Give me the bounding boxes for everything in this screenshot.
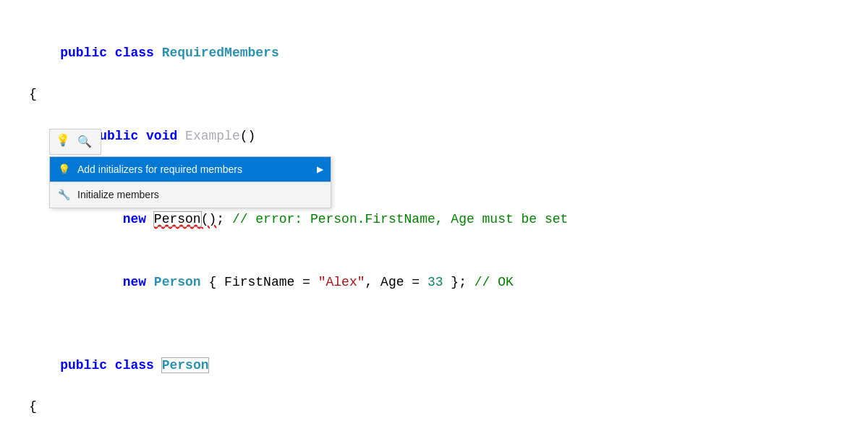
code-line-2: { xyxy=(29,84,839,105)
string-alex: "Alex" xyxy=(318,275,365,289)
keyword-public: public xyxy=(60,46,107,60)
menu-item-add-initializers[interactable]: 💡 Add initializers for required members … xyxy=(50,157,331,182)
class-name: RequiredMembers xyxy=(162,46,279,60)
paren-squig: () xyxy=(201,212,217,226)
keyword-class2: class xyxy=(115,358,154,373)
wrench-icon: 🔧 xyxy=(57,187,70,203)
code-line-1: public class RequiredMembers xyxy=(29,22,839,84)
code-line-blank1 xyxy=(29,313,839,334)
search-fix-button[interactable]: 🔍 xyxy=(75,133,95,150)
menu-item-add-initializers-label: Add initializers for required members xyxy=(77,161,310,177)
keyword-class: class xyxy=(115,46,154,60)
number-33: 33 xyxy=(427,275,443,289)
keyword-new1: new xyxy=(123,212,146,226)
bulb-icon-2: 💡 xyxy=(57,161,70,177)
submenu-arrow-icon: ▶ xyxy=(317,163,323,176)
menu-item-initialize-members[interactable]: 🔧 Initialize members xyxy=(50,182,331,207)
keyword-void: void xyxy=(146,129,177,143)
menu-item-initialize-members-label: Initialize members xyxy=(77,187,323,203)
comment2: // OK xyxy=(475,275,514,289)
comment1: // error: Person.FirstName, Age must be … xyxy=(232,212,568,226)
keyword-public3: public xyxy=(60,358,107,373)
person-highlight: Person xyxy=(154,212,201,226)
code-line-6: new Person { FirstName = "Alex", Age = 3… xyxy=(29,251,839,313)
lightbulb-bar[interactable]: 💡 🔍 xyxy=(49,129,101,155)
person3-highlight: Person xyxy=(162,358,209,373)
code-line-7: public class Person xyxy=(29,334,839,396)
code-line-9: public required string FirstName { get; … xyxy=(29,417,839,434)
person2: Person xyxy=(154,275,201,289)
keyword-new2: new xyxy=(123,275,146,289)
method-name: Example xyxy=(185,129,240,143)
code-actions-dropdown[interactable]: 💡 Add initializers for required members … xyxy=(49,156,331,208)
person-squig: Person xyxy=(154,212,201,226)
code-line-8: { xyxy=(29,396,839,417)
bulb-icon: 💡 xyxy=(56,132,70,151)
person3: Person xyxy=(162,358,209,373)
code-editor: public class RequiredMembers { public vo… xyxy=(29,22,839,434)
